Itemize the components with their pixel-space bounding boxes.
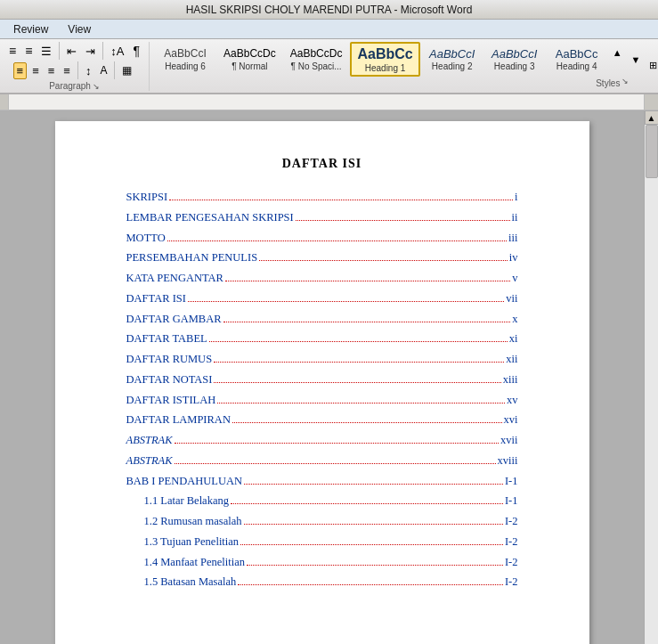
toc-text: DAFTAR GAMBAR xyxy=(126,311,222,328)
toc-dots xyxy=(240,544,503,545)
toc-page: iii xyxy=(508,230,517,247)
toc-dots xyxy=(209,341,508,342)
title-bar: HASIL SKRIPSI CHOLY MARENDI PUTRA - Micr… xyxy=(0,0,658,20)
toc-text: DAFTAR ISTILAH xyxy=(126,392,216,409)
toc-dots xyxy=(225,281,510,281)
styles-scroll-down[interactable]: ▼ xyxy=(628,53,645,67)
toc-text: KATA PENGANTAR xyxy=(126,270,223,287)
pilcrow-button[interactable]: ¶ xyxy=(130,42,144,60)
scroll-thumb[interactable] xyxy=(646,125,658,178)
style-normal[interactable]: AaBbCcDc ¶ Normal xyxy=(217,45,282,73)
toc-dots xyxy=(175,463,496,464)
toc-text: PERSEMBAHAN PENULIS xyxy=(126,249,258,266)
toc-dots xyxy=(296,220,510,221)
tab-view[interactable]: View xyxy=(58,20,101,38)
toc-text: DAFTAR RUMUS xyxy=(126,351,213,368)
sort-button[interactable]: ↕A xyxy=(107,43,127,60)
toc-text: LEMBAR PENGESAHAN SKRIPSI xyxy=(126,209,294,226)
multilevel-button[interactable]: ☰ xyxy=(37,43,55,60)
toc-dots xyxy=(231,503,503,504)
toc-page: x xyxy=(512,311,517,328)
toc-dots xyxy=(169,200,513,200)
borders-button[interactable]: ▦ xyxy=(118,62,135,78)
toc-entry: SKRIPSIi xyxy=(126,189,518,206)
decrease-indent-button[interactable]: ⇤ xyxy=(63,43,80,60)
toc-page: I-2 xyxy=(505,534,518,550)
toc-page: xi xyxy=(509,330,518,347)
styles-expand-icon[interactable]: ↘ xyxy=(621,77,629,88)
toc-entry: DAFTAR NOTASIxiii xyxy=(126,371,518,388)
style-heading2-preview: AaBbCcI xyxy=(429,47,475,61)
styles-group: AaBbCcI Heading 6 AaBbCcDc ¶ Normal AaBb… xyxy=(151,42,658,88)
toc-page: xii xyxy=(506,351,517,368)
toc-dots xyxy=(223,322,511,322)
toc-dots xyxy=(214,382,500,383)
ribbon-tabs: Review View xyxy=(0,20,658,39)
toc-entry: DAFTAR ISIvii xyxy=(126,290,518,307)
paragraph-group: ≡ ≡ ☰ ⇤ ⇥ ↕A ¶ ≡ ≡ ≡ ≡ ↕ A ▦ Paragraph ↘ xyxy=(4,42,150,91)
toc-entry: DAFTAR LAMPIRANxvi xyxy=(126,412,518,428)
toc-entry: LEMBAR PENGESAHAN SKRIPSIii xyxy=(126,209,518,226)
toc-page: i xyxy=(515,189,517,206)
toc-page: xvi xyxy=(504,412,518,428)
toc-dots xyxy=(167,240,507,241)
toc-entry: BAB I PENDAHULUANI-1 xyxy=(126,473,518,490)
toc-page: v xyxy=(512,270,517,287)
toc-dots xyxy=(217,403,505,404)
linespacing-button[interactable]: ↕ xyxy=(82,62,95,79)
toc-text: 1.5 Batasan Masalah xyxy=(144,574,237,591)
style-heading3-preview: AaBbCcI xyxy=(491,47,537,61)
toc-text: 1.1 Latar Belakang xyxy=(144,493,229,509)
justify-button[interactable]: ≡ xyxy=(60,62,74,79)
numbering-button[interactable]: ≡ xyxy=(21,42,36,60)
toc-page: I-1 xyxy=(505,493,518,509)
doc-wrapper: DAFTAR ISI SKRIPSIiLEMBAR PENGESAHAN SKR… xyxy=(0,110,658,644)
toc-page: xiii xyxy=(503,371,518,388)
toc-entry: DAFTAR ISTILAHxv xyxy=(126,392,518,409)
toc-page: xvii xyxy=(500,432,517,449)
tab-review[interactable]: Review xyxy=(4,20,58,38)
toc-entry: 1.1 Latar BelakangI-1 xyxy=(126,493,518,509)
paragraph-expand-icon[interactable]: ↘ xyxy=(93,82,100,91)
bullets-button[interactable]: ≡ xyxy=(5,42,20,60)
style-normal-preview: AaBbCcDc xyxy=(223,47,276,60)
toc-page: I-2 xyxy=(505,574,518,591)
style-nospacing-label: ¶ No Spaci... xyxy=(291,61,342,71)
style-heading4[interactable]: AaBbCc Heading 4 xyxy=(547,45,607,75)
style-heading4-preview: AaBbCc xyxy=(556,47,598,61)
style-heading6-label: Heading 6 xyxy=(165,61,206,71)
style-nospacing-preview: AaBbCcDc xyxy=(290,47,343,60)
shading-button[interactable]: A xyxy=(96,62,110,78)
styles-expand[interactable]: ⊞ xyxy=(646,58,658,73)
toc-page: xviii xyxy=(498,452,518,469)
style-heading6[interactable]: AaBbCcI Heading 6 xyxy=(155,45,215,73)
style-normal-label: ¶ Normal xyxy=(232,61,267,71)
align-center-button[interactable]: ≡ xyxy=(28,62,43,79)
title-text: HASIL SKRIPSI CHOLY MARENDI PUTRA - Micr… xyxy=(186,4,473,16)
style-heading1-preview: AaBbCc xyxy=(357,45,412,62)
style-heading1[interactable]: AaBbCc Heading 1 xyxy=(350,42,419,77)
align-left-button[interactable]: ≡ xyxy=(13,62,28,79)
toc-text: DAFTAR ISI xyxy=(126,290,186,307)
styles-group-label: Styles xyxy=(596,78,620,88)
paragraph-group-label: Paragraph ↘ xyxy=(49,81,100,91)
increase-indent-button[interactable]: ⇥ xyxy=(82,43,99,60)
style-heading2[interactable]: AaBbCcI Heading 2 xyxy=(422,45,483,75)
toc-dots xyxy=(244,484,503,485)
scroll-up-button[interactable]: ▲ xyxy=(645,110,659,125)
toc-text: 1.3 Tujuan Penelitian xyxy=(144,534,240,550)
styles-scroll-up[interactable]: ▲ xyxy=(609,45,626,60)
toc-dots xyxy=(188,301,504,302)
toc-dots xyxy=(238,584,503,585)
toc-page: ii xyxy=(512,209,518,226)
toc-dots xyxy=(214,362,504,363)
style-nospacing[interactable]: AaBbCcDc ¶ No Spaci... xyxy=(284,45,349,73)
scrollbar[interactable]: ▲ ▼ xyxy=(644,110,658,644)
align-right-button[interactable]: ≡ xyxy=(45,62,59,79)
document-area: DAFTAR ISI SKRIPSIiLEMBAR PENGESAHAN SKR… xyxy=(0,110,644,644)
toc-entry: 1.5 Batasan MasalahI-2 xyxy=(126,574,518,591)
style-heading3[interactable]: AaBbCcI Heading 3 xyxy=(484,45,545,75)
toc-page: I-1 xyxy=(505,473,518,490)
document-title: DAFTAR ISI xyxy=(126,157,518,171)
paragraph-row2: ≡ ≡ ≡ ≡ ↕ A ▦ xyxy=(13,61,136,79)
